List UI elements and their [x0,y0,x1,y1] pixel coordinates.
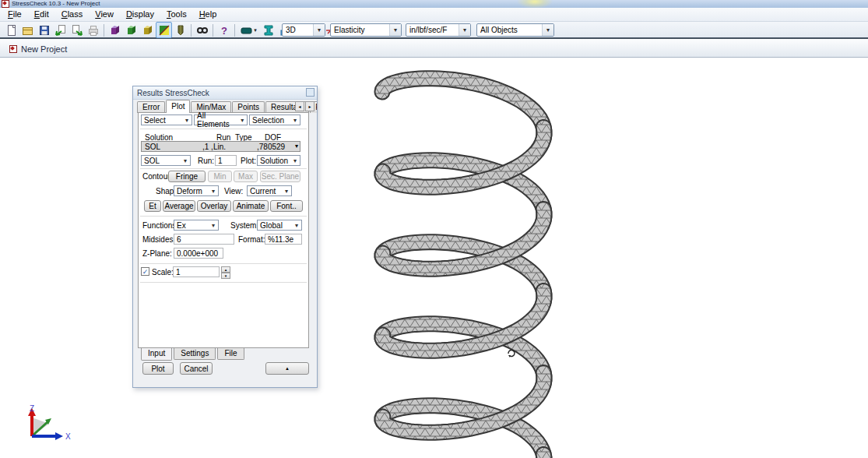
solution-name: SOL [145,143,160,151]
find-icon[interactable] [194,22,210,38]
solution-run-type: ,1 ,Lin. [202,143,226,151]
solution-name-combo[interactable]: SOL [141,155,191,166]
chevron-down-icon [290,115,300,125]
analysis-class-combo[interactable]: Elasticity [330,23,402,37]
tab-error[interactable]: Error [137,101,165,113]
analysis-class-value: Elasticity [334,26,364,34]
format-input[interactable] [265,234,302,245]
project-tab[interactable]: New Project [2,41,75,57]
collapse-panel-button[interactable]: ▲ [265,362,309,375]
svg-text:?: ? [221,25,227,37]
selection-combo[interactable]: Selection [249,114,300,125]
z-axis-label: Z [30,404,34,413]
system-value: Global [260,221,283,230]
results-dialog-titlebar[interactable]: Results StressCheck [133,86,317,100]
max-button[interactable]: Max [234,171,258,182]
units-combo[interactable]: in/lbf/sec/F [406,23,471,37]
entity-value: All Elements [197,111,238,129]
new-file-icon[interactable] [3,22,19,38]
help-icon[interactable]: ? [216,22,232,38]
document-tab-bar: New Project [0,39,868,58]
midsides-label: Midsides: [142,235,175,244]
results-dialog: Results StressCheck Error Plot Min/Max P… [132,86,318,388]
spinner-up-icon[interactable] [221,266,230,273]
objects-combo[interactable]: All Objects [476,23,554,37]
app-icon [2,0,9,8]
min-button[interactable]: Min [208,171,232,182]
menu-display[interactable]: Display [120,8,160,21]
model-cube-yellow-icon[interactable] [139,22,156,38]
zplane-input[interactable] [174,248,223,259]
overlay-button[interactable]: Overlay [197,200,231,212]
bottom-tab-input[interactable]: Input [141,348,172,361]
model-cube-purple-icon[interactable] [107,22,123,38]
chevron-down-icon [389,24,401,36]
solution-select-combo[interactable]: SOL ,1 ,Lin. ,780529 [141,141,300,152]
plot-button[interactable]: Plot [142,362,174,375]
font-button[interactable]: Font.. [270,200,303,212]
save-icon[interactable] [36,22,52,38]
average-button[interactable]: Average [163,200,195,212]
menu-tools[interactable]: Tools [160,8,193,21]
spinner-down-icon[interactable] [221,273,230,279]
view-combo[interactable]: Current [247,185,292,196]
scale-spinner[interactable] [221,266,230,277]
beam-section-icon[interactable] [260,22,276,38]
color-swatch-dropdown[interactable]: ▾ [237,22,260,38]
tab-scroll-right-icon[interactable] [305,101,315,111]
menu-file[interactable]: File [2,8,28,21]
sec-plane-button[interactable]: Sec. Plane [260,171,300,182]
export-icon[interactable] [69,22,85,38]
selection-value: Selection [252,116,284,125]
shape-combo[interactable]: Deform [174,185,219,196]
menu-view[interactable]: View [89,8,120,21]
axis-triad: Z X [19,403,74,449]
scale-input[interactable] [173,266,220,277]
dialog-buttons: Plot Cancel ▲ [133,362,317,375]
run-input[interactable] [215,155,237,166]
plot-type-value: Solution [260,157,288,165]
select-mode-combo[interactable]: Select [141,114,192,125]
rotate-cursor-icon [506,347,517,358]
bottom-tab-file[interactable]: File [217,348,244,360]
midsides-input[interactable] [174,234,234,245]
model-viewport[interactable] [343,62,576,458]
chevron-down-icon [295,143,298,150]
chevron-down-icon [209,186,218,196]
chevron-down-icon [542,24,553,36]
display-mode-toggle-icon[interactable] [156,22,172,38]
model-cube-green-icon[interactable] [123,22,139,38]
function-combo[interactable]: Ex [174,220,219,231]
fringe-button[interactable]: Fringe [168,171,206,182]
bottom-tab-settings[interactable]: Settings [174,348,216,360]
menu-edit[interactable]: Edit [28,8,55,21]
plot-type-combo[interactable]: Solution [257,155,300,166]
scale-checkbox[interactable]: ✓ [141,267,149,276]
material-tool-icon[interactable] [172,22,188,38]
et-button[interactable]: Et [144,200,161,212]
cancel-button[interactable]: Cancel [180,362,213,375]
run-label: Run: [198,157,214,165]
tab-scroll-left-icon[interactable] [295,101,304,111]
dialog-pin-button[interactable] [306,88,315,97]
animate-button[interactable]: Animate [233,200,269,212]
project-tab-icon [9,45,17,53]
project-tab-label: New Project [21,44,67,54]
check-icon: ✓ [142,268,149,276]
view-value: Current [250,187,276,196]
dialog-bottom-tabs: Input Settings File [141,348,246,361]
print-icon[interactable] [85,22,101,38]
system-combo[interactable]: Global [257,220,302,231]
menu-help[interactable]: Help [193,8,223,21]
units-value: in/lbf/sec/F [409,26,447,34]
chevron-down-icon [209,220,218,230]
import-icon[interactable] [52,22,69,38]
chevron-down-icon [238,115,247,125]
system-label: System: [230,221,258,230]
entity-combo[interactable]: All Elements [194,114,248,125]
tab-plot[interactable]: Plot [166,100,190,113]
plot-label: Plot: [241,157,256,165]
menu-class[interactable]: Class [55,8,90,21]
dimension-combo[interactable]: 3D [282,23,325,37]
open-folder-icon[interactable] [19,22,36,38]
